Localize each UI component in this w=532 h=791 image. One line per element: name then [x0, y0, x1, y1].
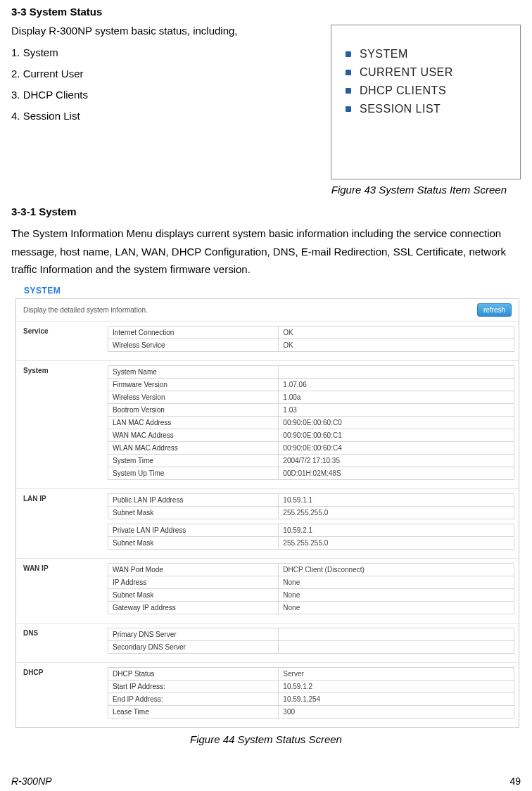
dns-table: Primary DNS Server Secondary DNS Server: [108, 628, 514, 654]
bullet-icon: [346, 51, 351, 57]
sidebar-menu-screenshot: SYSTEM CURRENT USER DHCP CLIENTS SESSION…: [331, 25, 521, 179]
body-paragraph: The System Information Menu displays cur…: [11, 224, 521, 279]
table-row: Subnet MaskNone: [108, 588, 514, 601]
list-item: 1. System: [11, 42, 322, 63]
section-label-system: System: [16, 361, 108, 379]
numbered-list: 1. System 2. Current User 3. DHCP Client…: [11, 42, 322, 127]
system-status-panel: Display the detailed system information.…: [15, 298, 519, 728]
sidebar-item-session-list: SESSION LIST: [340, 100, 512, 118]
table-row: Wireless ServiceOK: [108, 338, 514, 351]
intro-text: Display R-300NP system basic status, inc…: [11, 25, 322, 37]
sidebar-item-label: DHCP CLIENTS: [360, 84, 446, 97]
footer-page-number: 49: [509, 776, 521, 787]
sidebar-item-label: SYSTEM: [360, 48, 408, 61]
figure-43-caption: Figure 43 System Status Item Screen: [11, 184, 521, 196]
section-label-lanip: LAN IP: [16, 489, 108, 507]
table-row: Subnet Mask255.255.255.0: [108, 506, 514, 519]
list-item: 2. Current User: [11, 63, 322, 84]
table-row: Secondary DNS Server: [108, 640, 514, 653]
table-row: WAN MAC Address00:90:0E:00:60:C1: [108, 429, 514, 441]
lanip-private-table: Private LAN IP Address10.59.2.1 Subnet M…: [108, 524, 514, 550]
refresh-button[interactable]: refresh: [477, 303, 512, 317]
dhcp-table: DHCP StatusServer Start IP Address:10.59…: [108, 667, 514, 719]
footer-left: R-300NP: [11, 776, 52, 787]
table-row: LAN MAC Address00:90:0E:00:60:C0: [108, 416, 514, 429]
table-row: Bootrom Version1.03: [108, 403, 514, 416]
system-table: System Name Firmware Version1.07.06 Wire…: [108, 365, 514, 480]
section-label-wanip: WAN IP: [16, 559, 108, 576]
section-label-service: Service: [16, 322, 108, 339]
table-row: Primary DNS Server: [108, 628, 514, 640]
sidebar-item-current-user: CURRENT USER: [340, 63, 512, 82]
panel-description: Display the detailed system information.: [23, 306, 148, 314]
table-row: Wireless Version1.00a: [108, 391, 514, 403]
table-row: WAN Port ModeDHCP Client (Disconnect): [108, 563, 514, 576]
section-heading-3-3: 3-3 System Status: [11, 6, 521, 18]
table-row: Firmware Version1.07.06: [108, 378, 514, 391]
sidebar-item-system: SYSTEM: [340, 45, 512, 63]
bullet-icon: [346, 88, 351, 94]
section-heading-3-3-1: 3-3-1 System: [11, 205, 521, 217]
table-row: Gateway IP addressNone: [108, 601, 514, 614]
table-row: Lease Time300: [108, 705, 514, 718]
lanip-public-table: Public LAN IP Address10.59.1.1 Subnet Ma…: [108, 493, 514, 519]
wanip-table: WAN Port ModeDHCP Client (Disconnect) IP…: [108, 563, 514, 614]
table-row: Public LAN IP Address10.59.1.1: [108, 493, 514, 506]
sidebar-item-label: CURRENT USER: [360, 66, 453, 79]
bullet-icon: [346, 70, 351, 75]
table-row: Internet ConnectionOK: [108, 326, 514, 338]
table-row: System Time2004/7/2 17:10:35: [108, 454, 514, 467]
section-label-dns: DNS: [16, 624, 108, 641]
table-row: Private LAN IP Address10.59.2.1: [108, 524, 514, 536]
table-row: Start IP Address:10.59.1.2: [108, 680, 514, 692]
table-row: DHCP StatusServer: [108, 667, 514, 680]
table-row: Subnet Mask255.255.255.0: [108, 536, 514, 549]
list-item: 3. DHCP Clients: [11, 84, 322, 106]
sidebar-item-dhcp-clients: DHCP CLIENTS: [340, 82, 512, 100]
table-row: WLAN MAC Address00:90:0E:00:60:C4: [108, 441, 514, 454]
list-item: 4. Session List: [11, 106, 322, 127]
figure-44-caption: Figure 44 System Status Screen: [11, 733, 521, 745]
sidebar-item-label: SESSION LIST: [360, 103, 441, 115]
bullet-icon: [346, 106, 351, 112]
service-table: Internet ConnectionOK Wireless ServiceOK: [108, 326, 514, 352]
table-row: System Up Time00D:01H:02M:48S: [108, 467, 514, 479]
section-label-dhcp: DHCP: [16, 663, 108, 681]
table-row: IP AddressNone: [108, 576, 514, 588]
system-panel-title: SYSTEM: [11, 286, 521, 298]
table-row: System Name: [108, 365, 514, 378]
table-row: End IP Address:10.59.1.254: [108, 692, 514, 705]
